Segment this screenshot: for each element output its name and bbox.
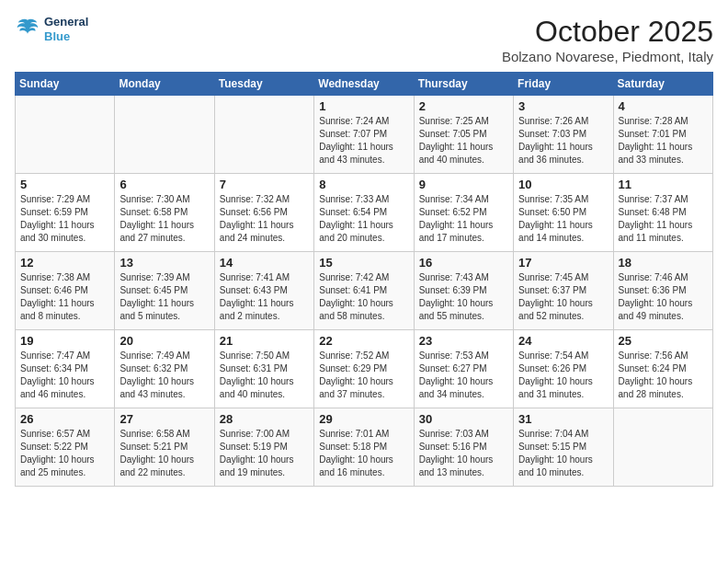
day-number: 4	[619, 99, 708, 113]
table-row: 10Sunrise: 7:35 AMSunset: 6:50 PMDayligh…	[514, 174, 613, 252]
logo-text: General Blue	[44, 15, 88, 43]
header-sunday: Sunday	[16, 73, 115, 96]
day-info: Sunrise: 7:49 AMSunset: 6:32 PMDaylight:…	[119, 350, 209, 401]
day-info: Sunrise: 7:53 AMSunset: 6:27 PMDaylight:…	[419, 350, 508, 401]
day-number: 2	[419, 99, 508, 113]
day-number: 16	[419, 256, 508, 270]
table-row: 18Sunrise: 7:46 AMSunset: 6:36 PMDayligh…	[613, 252, 712, 330]
table-row: 12Sunrise: 7:38 AMSunset: 6:46 PMDayligh…	[16, 252, 115, 330]
header-saturday: Saturday	[613, 73, 712, 96]
table-row: 13Sunrise: 7:39 AMSunset: 6:45 PMDayligh…	[115, 252, 214, 330]
day-number: 10	[518, 178, 608, 191]
title-block: October 2025 Bolzano Novarese, Piedmont,…	[502, 15, 713, 64]
table-row: 11Sunrise: 7:37 AMSunset: 6:48 PMDayligh…	[613, 174, 712, 252]
table-row: 5Sunrise: 7:29 AMSunset: 6:59 PMDaylight…	[16, 174, 115, 252]
header-wednesday: Wednesday	[314, 73, 414, 96]
day-info: Sunrise: 7:56 AMSunset: 6:24 PMDaylight:…	[619, 350, 708, 401]
table-row: 28Sunrise: 7:00 AMSunset: 5:19 PMDayligh…	[214, 408, 313, 487]
header-monday: Monday	[115, 73, 214, 96]
day-info: Sunrise: 7:50 AMSunset: 6:31 PMDaylight:…	[220, 350, 309, 401]
day-number: 1	[319, 99, 408, 113]
table-row: 30Sunrise: 7:03 AMSunset: 5:16 PMDayligh…	[414, 408, 513, 487]
table-row: 14Sunrise: 7:41 AMSunset: 6:43 PMDayligh…	[214, 252, 313, 330]
day-info: Sunrise: 7:45 AMSunset: 6:37 PMDaylight:…	[518, 271, 608, 323]
day-number: 7	[220, 178, 309, 191]
day-number: 13	[119, 256, 209, 270]
table-row: 19Sunrise: 7:47 AMSunset: 6:34 PMDayligh…	[16, 330, 115, 408]
day-number: 20	[119, 334, 209, 348]
table-row: 2Sunrise: 7:25 AMSunset: 7:05 PMDaylight…	[414, 96, 513, 174]
day-info: Sunrise: 7:26 AMSunset: 7:03 PMDaylight:…	[518, 115, 608, 167]
day-info: Sunrise: 7:34 AMSunset: 6:52 PMDaylight:…	[419, 193, 508, 245]
table-row: 23Sunrise: 7:53 AMSunset: 6:27 PMDayligh…	[414, 330, 513, 408]
day-info: Sunrise: 7:41 AMSunset: 6:43 PMDaylight:…	[220, 271, 309, 323]
table-row: 15Sunrise: 7:42 AMSunset: 6:41 PMDayligh…	[314, 252, 414, 330]
day-number: 11	[619, 178, 708, 191]
month-title: October 2025	[502, 15, 713, 49]
table-row: 27Sunrise: 6:58 AMSunset: 5:21 PMDayligh…	[115, 408, 214, 487]
day-info: Sunrise: 7:32 AMSunset: 6:56 PMDaylight:…	[220, 193, 309, 245]
table-row: 31Sunrise: 7:04 AMSunset: 5:15 PMDayligh…	[514, 408, 613, 487]
day-info: Sunrise: 7:35 AMSunset: 6:50 PMDaylight:…	[518, 193, 608, 245]
day-number: 6	[119, 178, 209, 191]
day-number: 31	[518, 412, 608, 426]
day-number: 26	[20, 412, 109, 426]
day-info: Sunrise: 7:30 AMSunset: 6:58 PMDaylight:…	[119, 193, 209, 245]
day-info: Sunrise: 7:42 AMSunset: 6:41 PMDaylight:…	[319, 271, 408, 323]
day-number: 17	[518, 256, 608, 270]
day-number: 21	[220, 334, 309, 348]
day-info: Sunrise: 7:28 AMSunset: 7:01 PMDaylight:…	[619, 115, 708, 167]
day-number: 22	[319, 334, 408, 348]
day-number: 23	[419, 334, 508, 348]
table-row: 7Sunrise: 7:32 AMSunset: 6:56 PMDaylight…	[214, 174, 313, 252]
location: Bolzano Novarese, Piedmont, Italy	[502, 49, 713, 64]
header-tuesday: Tuesday	[214, 73, 313, 96]
day-number: 25	[619, 334, 708, 348]
day-info: Sunrise: 7:46 AMSunset: 6:36 PMDaylight:…	[619, 271, 708, 323]
table-row: 1Sunrise: 7:24 AMSunset: 7:07 PMDaylight…	[314, 96, 414, 174]
table-row: 17Sunrise: 7:45 AMSunset: 6:37 PMDayligh…	[514, 252, 613, 330]
day-info: Sunrise: 7:52 AMSunset: 6:29 PMDaylight:…	[319, 350, 408, 401]
day-number: 5	[20, 178, 109, 191]
day-number: 18	[619, 256, 708, 270]
table-row: 6Sunrise: 7:30 AMSunset: 6:58 PMDaylight…	[115, 174, 214, 252]
day-number: 15	[319, 256, 408, 270]
calendar-header: General Blue October 2025 Bolzano Novare…	[15, 15, 713, 64]
day-info: Sunrise: 7:39 AMSunset: 6:45 PMDaylight:…	[119, 271, 209, 323]
day-info: Sunrise: 7:33 AMSunset: 6:54 PMDaylight:…	[319, 193, 408, 245]
day-info: Sunrise: 7:24 AMSunset: 7:07 PMDaylight:…	[319, 115, 408, 167]
table-row	[613, 408, 712, 487]
day-info: Sunrise: 7:01 AMSunset: 5:18 PMDaylight:…	[319, 428, 408, 479]
day-number: 29	[319, 412, 408, 426]
table-row: 26Sunrise: 6:57 AMSunset: 5:22 PMDayligh…	[16, 408, 115, 487]
table-row: 3Sunrise: 7:26 AMSunset: 7:03 PMDaylight…	[514, 96, 613, 174]
table-row: 9Sunrise: 7:34 AMSunset: 6:52 PMDaylight…	[414, 174, 513, 252]
table-row: 21Sunrise: 7:50 AMSunset: 6:31 PMDayligh…	[214, 330, 313, 408]
calendar-container: General Blue October 2025 Bolzano Novare…	[0, 0, 728, 496]
calendar-table: Sunday Monday Tuesday Wednesday Thursday…	[15, 72, 713, 487]
calendar-week-row: 12Sunrise: 7:38 AMSunset: 6:46 PMDayligh…	[16, 252, 713, 330]
table-row: 20Sunrise: 7:49 AMSunset: 6:32 PMDayligh…	[115, 330, 214, 408]
table-row	[16, 96, 115, 174]
day-info: Sunrise: 7:04 AMSunset: 5:15 PMDaylight:…	[518, 428, 608, 479]
table-row	[214, 96, 313, 174]
table-row: 22Sunrise: 7:52 AMSunset: 6:29 PMDayligh…	[314, 330, 414, 408]
table-row	[115, 96, 214, 174]
day-number: 8	[319, 178, 408, 191]
calendar-week-row: 5Sunrise: 7:29 AMSunset: 6:59 PMDaylight…	[16, 174, 713, 252]
table-row: 25Sunrise: 7:56 AMSunset: 6:24 PMDayligh…	[613, 330, 712, 408]
day-number: 9	[419, 178, 508, 191]
table-row: 24Sunrise: 7:54 AMSunset: 6:26 PMDayligh…	[514, 330, 613, 408]
day-info: Sunrise: 7:38 AMSunset: 6:46 PMDaylight:…	[20, 271, 109, 323]
day-info: Sunrise: 7:25 AMSunset: 7:05 PMDaylight:…	[419, 115, 508, 167]
day-info: Sunrise: 6:57 AMSunset: 5:22 PMDaylight:…	[20, 428, 109, 479]
day-number: 27	[119, 412, 209, 426]
day-number: 19	[20, 334, 109, 348]
day-info: Sunrise: 7:29 AMSunset: 6:59 PMDaylight:…	[20, 193, 109, 245]
day-info: Sunrise: 7:03 AMSunset: 5:16 PMDaylight:…	[419, 428, 508, 479]
day-number: 28	[220, 412, 309, 426]
day-number: 30	[419, 412, 508, 426]
weekday-header-row: Sunday Monday Tuesday Wednesday Thursday…	[16, 73, 713, 96]
header-friday: Friday	[514, 73, 613, 96]
table-row: 29Sunrise: 7:01 AMSunset: 5:18 PMDayligh…	[314, 408, 414, 487]
